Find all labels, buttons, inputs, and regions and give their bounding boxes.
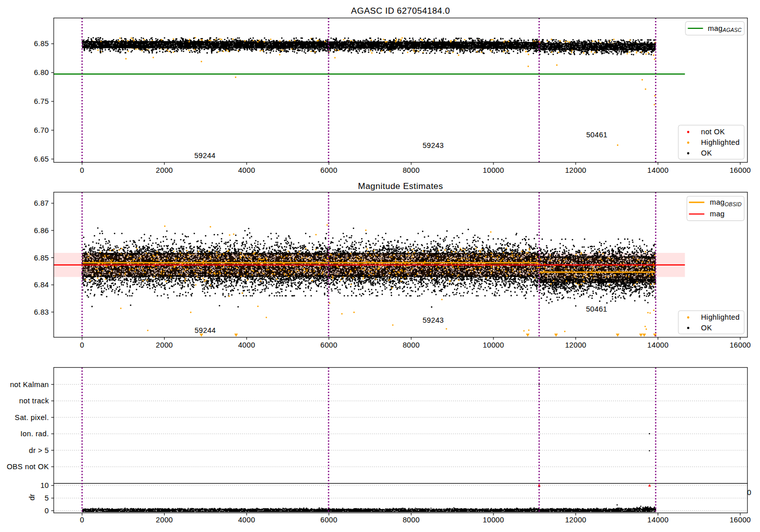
svg-text:10000: 10000 xyxy=(483,341,504,349)
svg-text:6.75: 6.75 xyxy=(34,97,49,105)
svg-text:not Kalman: not Kalman xyxy=(10,381,49,389)
svg-text:Highlighted: Highlighted xyxy=(701,138,740,146)
svg-text:6.83: 6.83 xyxy=(34,308,49,316)
svg-text:2000: 2000 xyxy=(156,516,173,524)
svg-text:8000: 8000 xyxy=(403,341,420,349)
svg-text:5: 5 xyxy=(45,494,49,502)
svg-text:8000: 8000 xyxy=(403,166,420,174)
svg-text:6.65: 6.65 xyxy=(34,155,49,163)
svg-text:Highlighted: Highlighted xyxy=(701,313,740,321)
svg-text:14000: 14000 xyxy=(648,516,669,524)
svg-text:4000: 4000 xyxy=(238,341,255,349)
svg-text:6.86: 6.86 xyxy=(34,226,49,235)
svg-text:AGASC ID 627054184.0: AGASC ID 627054184.0 xyxy=(351,6,450,16)
svg-text:16000: 16000 xyxy=(730,166,751,174)
svg-text:12000: 12000 xyxy=(565,341,586,349)
svg-text:6.84: 6.84 xyxy=(34,281,49,289)
svg-text:mag: mag xyxy=(710,210,725,218)
svg-text:OK: OK xyxy=(701,324,712,332)
svg-text:6.87: 6.87 xyxy=(34,199,49,207)
svg-text:59244: 59244 xyxy=(194,151,215,160)
svg-text:14000: 14000 xyxy=(648,166,669,174)
svg-text:0: 0 xyxy=(45,507,49,515)
svg-text:not OK: not OK xyxy=(701,128,725,136)
svg-text:6000: 6000 xyxy=(320,516,337,524)
svg-text:4000: 4000 xyxy=(238,166,255,174)
svg-text:6.85: 6.85 xyxy=(34,254,49,262)
svg-text:Sat. pixel.: Sat. pixel. xyxy=(15,413,49,422)
svg-text:2000: 2000 xyxy=(156,341,173,349)
svg-text:0: 0 xyxy=(747,488,751,497)
svg-text:59244: 59244 xyxy=(195,326,216,334)
svg-text:50461: 50461 xyxy=(586,131,607,139)
svg-text:59243: 59243 xyxy=(423,141,444,149)
svg-text:50461: 50461 xyxy=(586,305,607,313)
svg-text:OBS not OK: OBS not OK xyxy=(7,463,49,471)
svg-text:6000: 6000 xyxy=(320,341,337,349)
svg-text:OK: OK xyxy=(701,149,712,157)
svg-text:10000: 10000 xyxy=(483,166,504,174)
svg-text:dr: dr xyxy=(28,493,36,501)
svg-text:0: 0 xyxy=(80,166,84,174)
svg-text:6.80: 6.80 xyxy=(34,68,49,77)
svg-text:4000: 4000 xyxy=(238,516,255,524)
svg-text:6000: 6000 xyxy=(320,166,337,174)
svg-text:0: 0 xyxy=(80,341,84,349)
svg-text:0: 0 xyxy=(80,516,84,524)
svg-text:2000: 2000 xyxy=(156,166,173,174)
svg-text:16000: 16000 xyxy=(730,341,751,349)
svg-text:12000: 12000 xyxy=(565,516,586,524)
svg-text:dr > 5: dr > 5 xyxy=(29,446,49,454)
svg-text:10: 10 xyxy=(41,481,49,489)
svg-text:8000: 8000 xyxy=(403,516,420,524)
svg-text:6.85: 6.85 xyxy=(34,40,49,48)
svg-text:Magnitude Estimates: Magnitude Estimates xyxy=(358,181,443,191)
svg-text:14000: 14000 xyxy=(648,341,669,349)
svg-text:16000: 16000 xyxy=(730,516,751,524)
svg-text:Ion. rad.: Ion. rad. xyxy=(20,430,49,438)
svg-text:not track: not track xyxy=(19,397,49,405)
svg-text:6.70: 6.70 xyxy=(34,126,49,134)
svg-text:10000: 10000 xyxy=(483,516,504,524)
svg-text:12000: 12000 xyxy=(565,166,586,174)
svg-text:59243: 59243 xyxy=(423,316,444,324)
